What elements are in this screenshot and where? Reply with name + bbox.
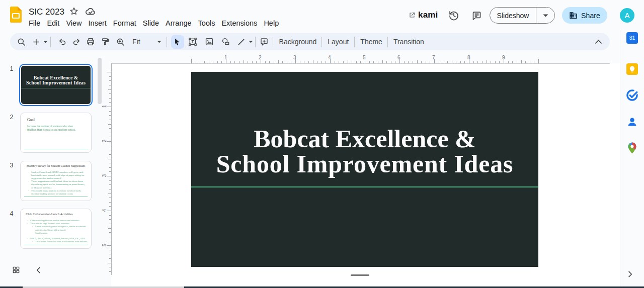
ruler-tick: [326, 61, 326, 63]
slide-1-number: 1: [6, 65, 17, 72]
ruler-tick: [439, 61, 439, 63]
version-history-icon[interactable]: [448, 10, 459, 21]
menu-arrange[interactable]: Arrange: [166, 19, 192, 28]
menu-help[interactable]: Help: [264, 19, 279, 28]
slide-title-text[interactable]: Bobcat Excellence & School Improvement I…: [191, 127, 538, 176]
ruler-tick: [460, 61, 461, 63]
current-slide[interactable]: Bobcat Excellence & School Improvement I…: [191, 72, 538, 267]
insert-line-dropdown-arrow[interactable]: [248, 41, 254, 43]
ruler-tick: [495, 61, 496, 63]
ruler-tick: [477, 61, 478, 63]
ruler-tick: [335, 61, 335, 63]
ruler-tick: [447, 61, 448, 63]
layout-button[interactable]: Layout: [322, 38, 354, 46]
ruler-tick: [204, 61, 205, 63]
hide-menus-button[interactable]: [595, 33, 602, 50]
ruler-tick: [269, 61, 270, 63]
select-tool-button[interactable]: [171, 35, 184, 49]
ruler-tick: [521, 60, 522, 63]
ruler-tick: [109, 180, 111, 181]
ruler-tick: [365, 59, 365, 63]
ruler-tick: [109, 93, 111, 94]
ruler-tick: [107, 245, 111, 246]
ruler-tick: [213, 61, 213, 63]
theme-button[interactable]: Theme: [355, 38, 387, 46]
ruler-tick: [109, 128, 111, 129]
thumb-3-bullet: Student Council and JROTC members will g…: [28, 171, 87, 180]
background-button[interactable]: Background: [273, 38, 322, 46]
ruler-tick: [386, 61, 387, 63]
ruler-tick: [109, 163, 111, 163]
ruler-tick: [469, 59, 469, 63]
ruler-tick: [109, 98, 111, 99]
ruler-tick: [491, 61, 491, 63]
text-box-tool-button[interactable]: [184, 35, 201, 49]
ruler-tick: [304, 61, 304, 63]
comments-icon[interactable]: [471, 11, 482, 21]
svg-text:31: 31: [629, 35, 635, 41]
ruler-tick: [109, 133, 111, 133]
canvas-top-border: [111, 63, 610, 64]
slide-3-thumbnail[interactable]: Monthly Survey for Student Council Sugge…: [20, 161, 92, 201]
google-maps-icon[interactable]: [626, 142, 638, 154]
ruler-tick: [417, 60, 418, 63]
collapse-filmstrip-icon[interactable]: [35, 267, 42, 273]
menu-slide[interactable]: Slide: [143, 19, 159, 28]
share-button[interactable]: Share: [562, 7, 607, 24]
ruler-tick: [538, 59, 539, 63]
insert-shape-button[interactable]: [218, 35, 234, 49]
insert-comment-button[interactable]: [256, 35, 273, 49]
insert-image-button[interactable]: [201, 35, 218, 49]
ruler-tick: [534, 61, 534, 63]
ruler-tick: [252, 61, 253, 63]
ruler-tick: [430, 61, 430, 63]
slide-accent-line: [191, 186, 538, 187]
ruler-tick: [530, 61, 530, 63]
ruler-tick: [217, 61, 218, 63]
menu-format[interactable]: Format: [113, 19, 136, 28]
google-calendar-icon[interactable]: 31: [626, 32, 638, 44]
google-contacts-icon[interactable]: [626, 116, 638, 128]
insert-line-button[interactable]: [234, 35, 248, 49]
slide-1-thumbnail[interactable]: Bobcat Excellence & School Improvement I…: [19, 64, 93, 106]
ruler-tick: [291, 61, 291, 63]
bottom-strip-left: [0, 286, 23, 288]
ruler-tick: [278, 60, 279, 63]
thumb-4-accent-line: [24, 245, 88, 245]
ruler-tick: [443, 61, 443, 63]
ruler-tick: [109, 219, 111, 220]
slide-title-line-2: School Improvement Ideas: [191, 152, 538, 177]
zoom-icon[interactable]: [112, 35, 129, 49]
zoom-dropdown-arrow[interactable]: [140, 41, 167, 43]
zoom-select[interactable]: Fit: [129, 38, 140, 46]
ruler-tick: [321, 61, 322, 63]
ruler-tick: [230, 61, 231, 63]
account-avatar[interactable]: A: [620, 8, 634, 23]
ruler-tick: [473, 61, 474, 63]
ruler-tick: [109, 250, 111, 250]
transition-button[interactable]: Transition: [388, 38, 430, 46]
filmstrip-scrollbar[interactable]: [98, 58, 102, 104]
ruler-tick: [395, 61, 395, 63]
ruler-tick: [287, 61, 287, 63]
google-keep-icon[interactable]: [626, 63, 638, 75]
thumbnail-slide-content: Bobcat Excellence & School Improvement I…: [21, 66, 91, 104]
ruler-tick: [295, 59, 296, 63]
slide-4-thumbnail[interactable]: Club Collaboration/Lunch Activities Club…: [20, 209, 92, 249]
grid-view-button[interactable]: [12, 266, 20, 274]
ruler-tick: [512, 61, 513, 63]
speaker-notes-drag-handle[interactable]: [351, 274, 369, 276]
slide-2-thumbnail[interactable]: Goal Increase the number of students who…: [20, 113, 92, 153]
slideshow-dropdown-arrow[interactable]: [536, 14, 554, 17]
menu-tools[interactable]: Tools: [198, 19, 215, 28]
slideshow-button[interactable]: Slideshow: [490, 7, 555, 24]
slide-title-line-1: Bobcat Excellence &: [191, 127, 538, 152]
ruler-tick: [382, 60, 383, 63]
kami-extension-button[interactable]: kami: [409, 10, 438, 20]
ruler-tick: [109, 258, 111, 259]
hide-side-panel-icon[interactable]: [627, 271, 633, 277]
menu-extensions[interactable]: Extensions: [221, 19, 257, 28]
ruler-tick: [109, 102, 111, 103]
kami-label: kami: [418, 10, 438, 20]
google-tasks-icon[interactable]: [626, 89, 638, 102]
